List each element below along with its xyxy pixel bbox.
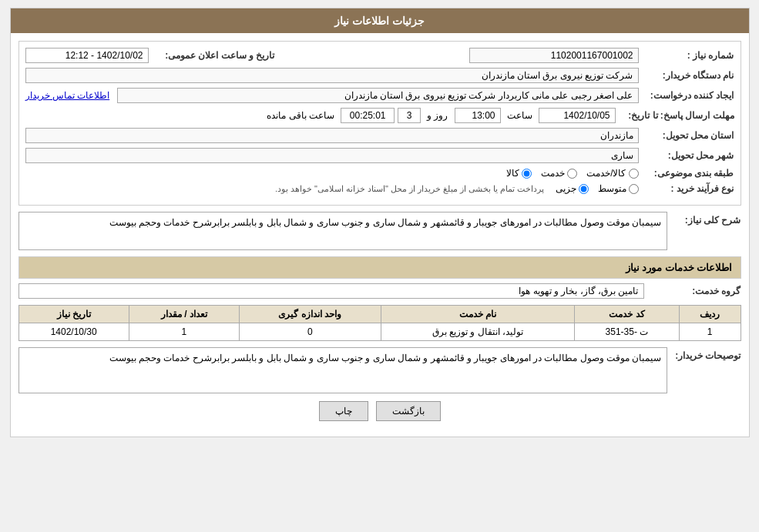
process-radio-jozi[interactable] [579,184,589,194]
process-option-jozi: جزیی [556,183,589,194]
city-value: ساری [25,148,639,163]
category-option-khedmat: خدمت [541,168,577,179]
buyer-org-row: نام دستگاه خریدار: شرکت توزیع نیروی برق … [25,68,734,83]
category-radio-kala[interactable] [522,169,532,179]
category-label-kala: کالا [506,168,519,179]
general-desc-label: شرح کلی نیاز: [672,212,741,226]
requester-row: ایجاد کننده درخواست: علی اصغر رجبی علی م… [25,88,734,103]
col-quantity: تعداد / مقدار [129,306,239,323]
day-value: 3 [398,108,421,123]
services-title: اطلاعات خدمات مورد نیاز [626,262,733,273]
services-section-header: اطلاعات خدمات مورد نیاز [18,256,741,279]
main-info-section: شماره نیاز : 1102001167001002 تاریخ و سا… [18,41,741,206]
cell-name: تولید، انتقال و توزیع برق [381,323,575,341]
page-title: جزئیات اطلاعات نیاز [334,15,425,27]
date-value: 1402/10/05 [539,108,616,123]
category-radio-khedmat[interactable] [567,169,577,179]
process-label: نوع فرآیند خرید : [642,183,734,194]
service-group-row: گروه خدمت: تامین برق، گاز، بخار و تهویه … [18,283,741,299]
service-group-label: گروه خدمت: [649,286,741,296]
process-note: پرداخت تمام یا بخشی از مبلغ خریدار از مح… [275,184,545,194]
general-desc-box: سیمبان موقت وصول مطالبات در امورهای جویب… [18,212,667,250]
category-label-kala-khedmat: کالا/خدمت [586,168,626,179]
buyer-desc-value: سیمبان موقت وصول مطالبات در امورهای جویب… [109,353,662,363]
process-radio-group: متوسط جزیی [556,183,639,194]
page-header: جزئیات اطلاعات نیاز [11,8,749,33]
time-value: 13:00 [455,108,501,123]
buyer-org-value: شرکت توزیع نیروی برق استان مازندران [25,68,639,83]
province-row: استان محل تحویل: مازندران [25,128,734,143]
buyer-desc-label: توصیحات خریدار: [672,347,741,361]
city-label: شهر محل تحویل: [642,150,734,161]
contact-link[interactable]: اطلاعات تماس خریدار [25,90,110,101]
process-option-motavas: متوسط [598,183,639,194]
cell-date: 1402/10/30 [18,323,129,341]
table-row: 1ت -35-351تولید، انتقال و توزیع برق01140… [18,323,741,341]
cell-code: ت -35-351 [575,323,679,341]
category-radio-group: کالا/خدمت خدمت کالا [506,168,638,179]
service-group-value: تامین برق، گاز، بخار و تهویه هوا [18,283,644,299]
col-row: ردیف [679,306,741,323]
col-unit: واحد اندازه گیری [240,306,381,323]
services-table: ردیف کد خدمت نام خدمت واحد اندازه گیری ت… [18,305,741,341]
time-label: ساعت [507,110,532,121]
announce-label: تاریخ و ساعت اعلان عمومی: [152,50,275,61]
requester-label: ایجاد کننده درخواست: [642,90,734,101]
cell-quantity: 1 [129,323,239,341]
need-number-label: شماره نیاز : [642,50,734,61]
category-label-khedmat: خدمت [541,168,565,179]
province-value: مازندران [25,128,639,143]
general-desc-value: سیمبان موقت وصول مطالبات در امورهای جویب… [109,217,662,228]
col-date: تاریخ نیاز [18,306,129,323]
buyer-desc-row: توصیحات خریدار: سیمبان موقت وصول مطالبات… [18,347,741,393]
process-label-jozi: جزیی [556,183,576,194]
process-label-motavas: متوسط [598,183,626,194]
general-desc-row: شرح کلی نیاز: سیمبان موقت وصول مطالبات د… [18,212,741,250]
content-area: شماره نیاز : 1102001167001002 تاریخ و سا… [11,33,749,437]
deadline-label: مهلت ارسال پاسخ: تا تاریخ: [619,110,734,121]
buttons-row: بازگشت چاپ [18,401,741,421]
remaining-value: 00:25:01 [341,108,395,123]
back-button[interactable]: بازگشت [376,401,441,421]
requester-value: علی اصغر رجبی علی مانی کاربردار شرکت توز… [117,88,638,103]
day-label: روز و [427,110,448,121]
cell-row: 1 [679,323,741,341]
print-button[interactable]: چاپ [319,401,368,421]
need-number-value: 1102001167001002 [469,48,639,63]
city-row: شهر محل تحویل: ساری [25,148,734,163]
process-radio-motavas[interactable] [629,184,639,194]
category-option-kala-khedmat: کالا/خدمت [586,168,638,179]
category-option-kala: کالا [506,168,532,179]
page-container: جزئیات اطلاعات نیاز شماره نیاز : 1102001… [10,8,750,437]
buyer-org-label: نام دستگاه خریدار: [642,70,734,81]
announce-value: 1402/10/02 - 12:12 [25,48,149,63]
category-row: طبقه بندی موضوعی: کالا/خدمت خدمت کالا [25,168,734,179]
category-radio-kala-khedmat[interactable] [629,169,639,179]
cell-unit: 0 [240,323,381,341]
col-code: کد خدمت [575,306,679,323]
province-label: استان محل تحویل: [642,130,734,141]
deadline-row: مهلت ارسال پاسخ: تا تاریخ: 1402/10/05 سا… [25,108,734,123]
col-name: نام خدمت [381,306,575,323]
category-label: طبقه بندی موضوعی: [642,168,734,179]
buyer-desc-box: سیمبان موقت وصول مطالبات در امورهای جویب… [18,347,667,393]
need-number-row: شماره نیاز : 1102001167001002 تاریخ و سا… [25,48,734,63]
process-row: نوع فرآیند خرید : متوسط جزیی پرداخت تمام… [25,183,734,194]
remaining-label: ساعت باقی مانده [267,110,334,121]
